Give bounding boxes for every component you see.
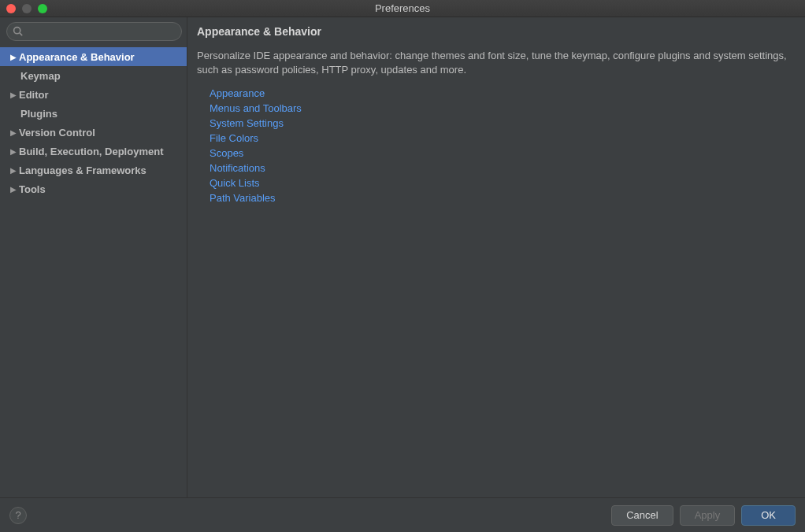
- search-input[interactable]: [6, 22, 182, 41]
- settings-tree: ▶Appearance & BehaviorKeymap▶EditorPlugi…: [0, 46, 187, 497]
- sidebar-item-label: Plugins: [20, 108, 58, 120]
- sidebar-item-keymap[interactable]: Keymap: [0, 66, 187, 85]
- sidebar: ▶Appearance & BehaviorKeymap▶EditorPlugi…: [0, 17, 187, 497]
- sidebar-item-editor[interactable]: ▶Editor: [0, 85, 187, 104]
- sidebar-item-tools[interactable]: ▶Tools: [0, 179, 187, 198]
- page-description: Personalize IDE appearance and behavior:…: [197, 49, 791, 87]
- sidebar-item-label: Build, Execution, Deployment: [19, 146, 163, 157]
- zoom-window-button[interactable]: [38, 4, 47, 13]
- link-file-colors[interactable]: File Colors: [210, 132, 258, 144]
- help-button[interactable]: ?: [9, 507, 27, 524]
- cancel-button[interactable]: Cancel: [611, 505, 673, 526]
- sidebar-item-label: Editor: [19, 89, 49, 101]
- link-system-settings[interactable]: System Settings: [210, 117, 284, 129]
- page-links: AppearanceMenus and ToolbarsSystem Setti…: [197, 87, 791, 204]
- sidebar-item-appearance-behavior[interactable]: ▶Appearance & Behavior: [0, 47, 187, 66]
- expand-arrow-icon: ▶: [8, 166, 19, 175]
- ok-button[interactable]: OK: [741, 505, 796, 526]
- link-appearance[interactable]: Appearance: [210, 87, 265, 99]
- link-menus-and-toolbars[interactable]: Menus and Toolbars: [210, 102, 302, 114]
- expand-arrow-icon: ▶: [8, 147, 19, 156]
- sidebar-item-label: Version Control: [19, 127, 95, 139]
- search-wrapper: [0, 17, 187, 46]
- main-panel: Appearance & Behavior Personalize IDE ap…: [187, 17, 805, 497]
- close-window-button[interactable]: [6, 4, 16, 13]
- expand-arrow-icon: ▶: [8, 128, 19, 137]
- link-notifications[interactable]: Notifications: [210, 162, 265, 174]
- sidebar-item-languages-frameworks[interactable]: ▶Languages & Frameworks: [0, 161, 187, 179]
- minimize-window-button[interactable]: [22, 4, 32, 13]
- sidebar-item-label: Appearance & Behavior: [19, 51, 135, 63]
- expand-arrow-icon: ▶: [8, 185, 19, 194]
- page-title: Appearance & Behavior: [197, 25, 791, 49]
- window-title: Preferences: [0, 2, 805, 14]
- sidebar-item-build-execution-deployment[interactable]: ▶Build, Execution, Deployment: [0, 142, 187, 161]
- window-controls: [6, 4, 47, 13]
- expand-arrow-icon: ▶: [8, 53, 19, 61]
- apply-button[interactable]: Apply: [680, 505, 736, 526]
- link-path-variables[interactable]: Path Variables: [210, 192, 276, 204]
- sidebar-item-version-control[interactable]: ▶Version Control: [0, 123, 187, 142]
- footer: ? Cancel Apply OK: [0, 497, 805, 532]
- expand-arrow-icon: ▶: [8, 91, 19, 99]
- link-scopes[interactable]: Scopes: [210, 147, 243, 159]
- sidebar-item-label: Tools: [19, 183, 46, 195]
- content: ▶Appearance & BehaviorKeymap▶EditorPlugi…: [0, 17, 805, 497]
- sidebar-item-plugins[interactable]: Plugins: [0, 104, 187, 123]
- titlebar: Preferences: [0, 0, 805, 17]
- sidebar-item-label: Languages & Frameworks: [19, 164, 147, 176]
- link-quick-lists[interactable]: Quick Lists: [210, 177, 260, 189]
- sidebar-item-label: Keymap: [20, 70, 61, 82]
